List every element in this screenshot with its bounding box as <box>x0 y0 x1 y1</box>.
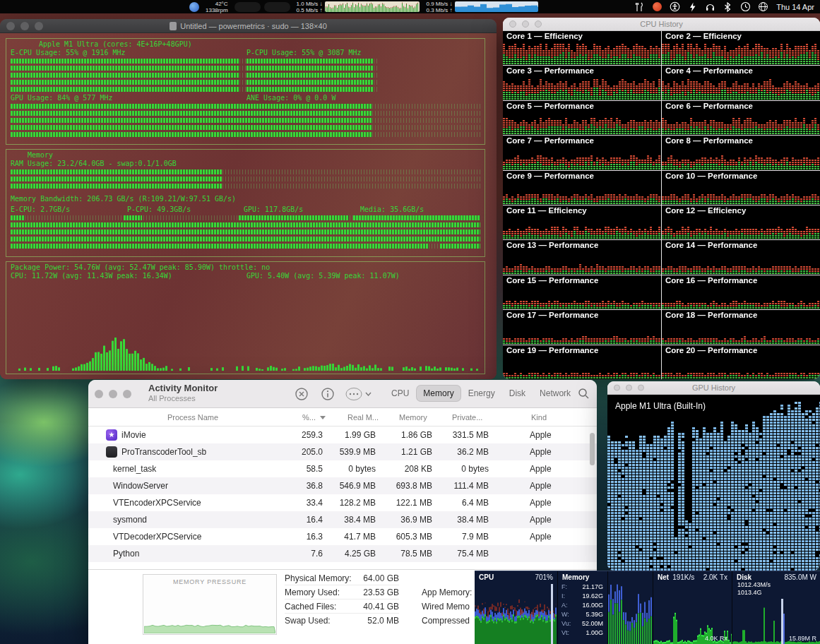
window-controls[interactable] <box>509 20 542 28</box>
cpu-core-label: Core 2 — Efficiency <box>665 32 742 40</box>
column-header-process-name[interactable]: Process Name <box>167 413 218 422</box>
cpu-core-histogram <box>662 323 819 345</box>
gpu-mini-graph[interactable] <box>264 2 290 12</box>
window-subtitle: All Processes <box>148 394 218 402</box>
ane-usage-label: ANE Usage: 0% @ 0.0 W <box>246 94 480 102</box>
cpu-core-panel: Core 4 — Performance <box>662 66 820 100</box>
zoom-button[interactable] <box>35 22 43 30</box>
minimize-button[interactable] <box>522 20 529 28</box>
usage-bar <box>246 59 378 64</box>
process-row[interactable]: sysmond16.438.4 MB36.9 MB38.4 MBApple <box>88 511 597 528</box>
process-row[interactable]: Python7.64.25 GB78.5 MB75.4 MB <box>88 545 597 562</box>
usage-bar-fill <box>246 80 374 85</box>
bolt-icon[interactable] <box>687 1 698 13</box>
usage-bar <box>246 87 378 92</box>
network-graph-green[interactable] <box>325 1 420 12</box>
sort-indicator-icon <box>320 416 326 419</box>
disk-write-value: 835.0M W <box>784 573 816 581</box>
gpu-name-label: Apple M1 Ultra (Built-In) <box>615 401 706 411</box>
column-header-real-mem[interactable]: Real M... <box>347 413 379 422</box>
network-speeds-2[interactable]: 0.9 Mb/s ↓ 0.3 Mb/s ↑ <box>426 1 452 13</box>
cpu-history-titlebar[interactable]: CPU History <box>503 18 820 31</box>
tab-energy[interactable]: Energy <box>462 386 501 401</box>
column-header-memory[interactable]: Memory <box>399 413 427 422</box>
chip-header: Apple M1 Ultra (cores: 4E+16P+48GPU) <box>11 40 480 49</box>
column-header-cpu[interactable]: %... <box>302 413 316 422</box>
process-row[interactable]: ★iMovie259.31.99 GB1.86 GB331.5 MBApple <box>88 427 597 443</box>
search-icon[interactable] <box>578 388 590 402</box>
tab-network[interactable]: Network <box>533 386 577 401</box>
zoom-button[interactable] <box>123 390 131 398</box>
cpu-mini-graph[interactable] <box>234 2 261 12</box>
bluetooth-icon[interactable] <box>722 1 733 13</box>
cpu-core-histogram <box>662 254 819 275</box>
temp-fan-widget[interactable]: 42°C 1338rpm <box>206 1 228 13</box>
memory-stat-label: Wired Memo <box>422 600 472 614</box>
ecpu-usage-bars <box>11 59 246 92</box>
minimize-button[interactable] <box>109 390 117 398</box>
close-button[interactable] <box>6 22 15 30</box>
stat-label: Swap Used: <box>285 616 331 626</box>
close-button[interactable] <box>95 390 103 398</box>
process-row[interactable]: ProTranscoderTool_sb205.0539.9 MB1.21 GB… <box>88 443 597 460</box>
fan-speed-value: 1338rpm <box>206 7 228 13</box>
process-row[interactable]: VTDecoderXPCService16.341.7 MB605.3 MB7.… <box>88 528 597 545</box>
more-options-button[interactable] <box>343 386 374 402</box>
net2-up-value: 0.3 Mb/s ↑ <box>426 7 452 13</box>
usage-bar <box>11 169 480 174</box>
accessibility-icon[interactable] <box>669 1 680 13</box>
network-speeds-1[interactable]: 1.0 Mb/s ↓ 0.5 Mb/s ↑ <box>297 1 323 13</box>
stat-label: Physical Memory: <box>285 573 352 583</box>
column-header-private-mem[interactable]: Private... <box>452 413 482 422</box>
cpu-core-histogram <box>662 149 819 170</box>
gpu-history-window[interactable]: GPU History Apple M1 Ultra (Built-In) <box>607 381 820 571</box>
headphones-icon[interactable] <box>704 1 715 13</box>
minimize-button[interactable] <box>20 22 29 30</box>
terminal-titlebar[interactable]: Untitled — powermetrics · sudo — 138×40 <box>0 19 497 33</box>
tab-cpu[interactable]: CPU <box>385 386 415 401</box>
tab-memory[interactable]: Memory <box>417 386 460 401</box>
memory-line-value: 19.62G <box>582 592 603 601</box>
istat-menus-widget[interactable]: CPU701% Memory F:21.17GI:19.62GA:16.00GW… <box>475 571 820 644</box>
terminal-title: Untitled — powermetrics · sudo — 138×40 <box>180 22 327 30</box>
cpu-history-window[interactable]: CPU History Core 1 — EfficiencyCore 2 — … <box>503 18 820 379</box>
menu-bar-clock[interactable]: Thu 14 Apr <box>776 3 814 11</box>
boinc-icon[interactable] <box>189 2 199 12</box>
close-button[interactable] <box>509 20 516 28</box>
window-controls[interactable] <box>614 385 644 391</box>
close-button[interactable] <box>614 385 620 391</box>
quit-process-button[interactable] <box>293 386 310 402</box>
cpu-core-histogram <box>503 288 660 309</box>
network-graph-blue[interactable] <box>455 1 538 12</box>
tab-disk[interactable]: Disk <box>503 386 532 401</box>
process-row[interactable]: VTEncoderXPCService33.4128.2 MB122.1 MB6… <box>88 494 597 511</box>
network-globe-icon[interactable] <box>757 1 768 13</box>
bandwidth-bar-fill <box>11 229 480 234</box>
memory-history-graph <box>608 580 653 644</box>
process-row[interactable]: WindowServer36.8546.9 MB693.8 MB111.4 MB… <box>88 477 597 494</box>
window-controls[interactable] <box>6 22 43 30</box>
column-header-kind[interactable]: Kind <box>531 413 547 422</box>
zoom-button[interactable] <box>638 385 644 391</box>
red-app-icon[interactable] <box>651 1 662 13</box>
window-controls[interactable] <box>95 390 131 398</box>
memory-line-value: 21.17G <box>582 583 603 592</box>
terminal-body[interactable]: Apple M1 Ultra (cores: 4E+16P+48GPU) E-C… <box>0 33 497 379</box>
istat-memory-section: Memory F:21.17GI:19.62GA:16.00GW:5.39GVu… <box>557 571 607 644</box>
gpu-history-titlebar[interactable]: GPU History <box>607 381 820 395</box>
memory-section-label: Memory <box>562 573 589 581</box>
zoom-button[interactable] <box>535 20 542 28</box>
scrollbar-thumb[interactable] <box>590 433 595 465</box>
time-machine-icon[interactable] <box>739 1 751 13</box>
minimize-button[interactable] <box>626 385 632 391</box>
cell-cpu: 7.6 <box>311 549 323 559</box>
memory-line-value: 1.00G <box>586 628 603 638</box>
cell-memory: 36.9 MB <box>400 515 432 525</box>
net-tx-value: 2.0K Tx <box>703 573 727 581</box>
utensils-icon[interactable] <box>634 1 645 13</box>
process-row[interactable]: kernel_task58.50 bytes208 KB0 bytesApple <box>88 460 597 477</box>
terminal-window[interactable]: Untitled — powermetrics · sudo — 138×40 … <box>0 19 497 379</box>
inspect-process-button[interactable] <box>319 386 336 402</box>
usage-bar-fill <box>246 73 374 78</box>
cell-process-name: ProTranscoderTool_sb <box>121 447 206 457</box>
